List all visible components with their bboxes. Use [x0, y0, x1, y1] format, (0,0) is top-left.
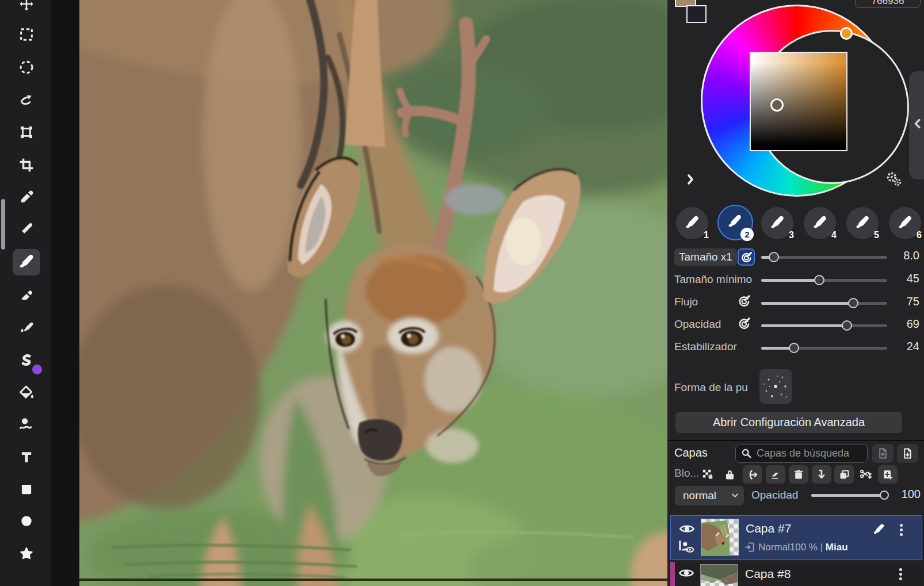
background-color-swatch[interactable]: [686, 5, 707, 23]
pressure-toggle-size[interactable]: [738, 248, 755, 266]
brush-preset-1[interactable]: 1: [676, 207, 708, 239]
stabilizer-value: 24: [892, 340, 919, 353]
min-size-slider[interactable]: [761, 279, 887, 282]
star-shape-tool-icon[interactable]: [14, 541, 39, 566]
layer-accent-bar: [670, 562, 675, 586]
layer-opacity-value: 100: [893, 488, 921, 501]
layer-visibility-eye-icon[interactable]: [679, 523, 695, 535]
duplicate-icon[interactable]: [834, 465, 854, 484]
slider-knob[interactable]: [789, 343, 799, 353]
layer-thumbnail-capa8: [700, 564, 738, 586]
layer-menu-kebab-icon[interactable]: [900, 522, 903, 538]
min-size-slider-label: Tamaño mínimo: [674, 273, 755, 286]
ellipse-shape-tool-icon[interactable]: [14, 508, 39, 534]
flow-value: 75: [892, 295, 919, 308]
layer-search-input[interactable]: [755, 447, 861, 460]
panel-divider: [667, 440, 924, 441]
size-slider[interactable]: [761, 256, 887, 259]
deer-painting: [79, 0, 667, 586]
layer-thumbnail-capa7: [701, 519, 739, 556]
marquee-select-tool-icon[interactable]: [14, 22, 39, 47]
slider-knob[interactable]: [880, 491, 889, 500]
layer-row-capa8[interactable]: Capa #8: [675, 562, 922, 586]
layer-opacity-slider[interactable]: [811, 494, 885, 497]
sv-marker[interactable]: [770, 98, 784, 112]
pressure-toggle-opacity[interactable]: [738, 317, 751, 332]
brush-tool-icon[interactable]: [14, 249, 39, 274]
brush-preset-5[interactable]: 5: [846, 207, 879, 239]
collapse-panel-handle[interactable]: [909, 71, 924, 179]
layer-search-box[interactable]: [735, 444, 868, 463]
export-layer-button[interactable]: [897, 444, 918, 463]
layer-menu-kebab-icon[interactable]: [899, 566, 902, 582]
saturation-value-square[interactable]: [750, 52, 847, 151]
brush-preset-number: 4: [831, 230, 837, 240]
liquify-tool-icon[interactable]: [14, 412, 39, 437]
brush-preset-6[interactable]: 6: [889, 207, 921, 239]
fill-bucket-tool-icon[interactable]: [14, 380, 39, 405]
eraser-icon[interactable]: [766, 465, 785, 484]
color-hex-field[interactable]: 766936: [855, 0, 921, 8]
trash-icon[interactable]: [789, 465, 808, 484]
canvas-gutter: [51, 0, 79, 586]
layer-visibility-eye-icon[interactable]: [678, 567, 694, 579]
alpha-lock-icon[interactable]: [698, 465, 717, 484]
slider-knob[interactable]: [848, 298, 858, 308]
cut-merge-icon[interactable]: [856, 465, 876, 484]
flow-slider[interactable]: [761, 302, 887, 305]
brush-preset-4[interactable]: 4: [804, 207, 836, 239]
curve-select-tool-icon[interactable]: [14, 87, 39, 112]
layer-name: Capa #8: [745, 567, 791, 581]
tools-sidebar: [0, 0, 51, 586]
eyedropper-tool-icon[interactable]: [14, 185, 39, 210]
brush-preset-2-selected[interactable]: 2: [717, 205, 753, 240]
chevron-down-icon: [731, 492, 739, 499]
tip-shape-thumbnail[interactable]: [759, 369, 792, 404]
blend-mode-value: normal: [683, 486, 716, 505]
lock-label: Blo...: [674, 467, 699, 480]
app-window: { "toolbar": { "selected_tool": "brush",…: [0, 0, 924, 586]
layer-name: Capa #7: [746, 522, 791, 535]
slider-knob[interactable]: [769, 252, 779, 262]
merge-down-icon[interactable]: [812, 465, 831, 484]
pencil-tool-icon[interactable]: [14, 216, 39, 242]
rect-shape-tool-icon[interactable]: [14, 477, 39, 502]
add-layer-icon[interactable]: [878, 465, 898, 484]
open-advanced-settings-button[interactable]: Abrir Configuración Avanzada: [675, 412, 902, 433]
transform-tool-icon[interactable]: [14, 120, 39, 145]
reference-visibility-icon[interactable]: [677, 539, 695, 554]
crop-tool-icon[interactable]: [14, 152, 39, 178]
opacity-value: 69: [892, 317, 919, 331]
hue-marker[interactable]: [840, 27, 853, 40]
move-tool-icon[interactable]: [14, 0, 39, 17]
brush-preset-number: 5: [874, 230, 879, 240]
wet-brush-tool-icon[interactable]: [14, 315, 39, 340]
clipping-mask-icon[interactable]: [743, 465, 762, 484]
opacity-slider[interactable]: [761, 324, 887, 327]
gears-icon[interactable]: [885, 170, 902, 190]
lock-icon[interactable]: [720, 465, 739, 484]
search-icon: [741, 448, 752, 459]
toolbar-scrollbar[interactable]: [1, 199, 5, 250]
brush-preset-3[interactable]: 3: [761, 207, 793, 239]
slider-knob[interactable]: [842, 320, 852, 331]
collapse-chevron-icon: [912, 117, 924, 130]
layer-row-capa7[interactable]: Capa #7 Normal100 % | Miau: [670, 515, 922, 560]
canvas[interactable]: [79, 0, 667, 586]
brush-preset-number: 1: [704, 230, 709, 240]
stabilizer-slider[interactable]: [761, 347, 887, 350]
min-size-value: 45: [892, 272, 919, 285]
text-tool-icon[interactable]: [14, 445, 39, 470]
blend-mode-dropdown[interactable]: normal: [675, 486, 744, 505]
layer-opacity-label: Opacidad: [751, 489, 798, 501]
ellipse-select-tool-icon[interactable]: [14, 55, 39, 80]
layer-tag: Miau: [826, 542, 848, 553]
size-value: 8.0: [892, 249, 919, 262]
pressure-toggle-flow[interactable]: [738, 294, 751, 310]
layer-blend-info: Normal100 % | Miau: [758, 542, 848, 553]
slider-knob[interactable]: [814, 275, 824, 285]
brush-preset-number: 2: [740, 228, 754, 241]
import-layer-button[interactable]: [872, 444, 894, 463]
eraser-tool-icon[interactable]: [14, 282, 39, 308]
expand-chevron-icon[interactable]: [684, 173, 697, 189]
